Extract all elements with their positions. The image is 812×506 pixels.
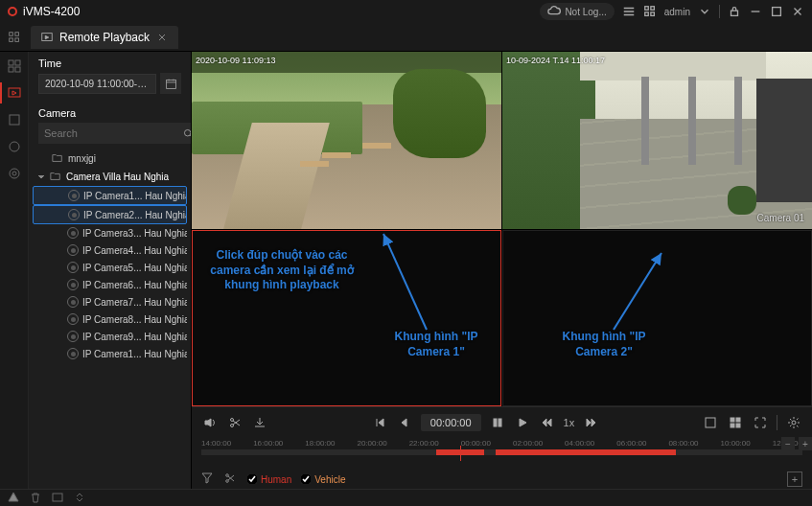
folder-icon [50,171,62,183]
tree-folder[interactable]: mnxjgi [33,150,187,168]
timeline-zoom[interactable]: −+ [781,437,812,450]
alert-icon[interactable] [8,492,20,504]
svg-rect-36 [53,494,62,501]
rail-grid-icon[interactable] [6,58,23,75]
camera-icon [67,296,79,308]
camera-icon [67,244,79,256]
speed-label: 1x [564,417,575,428]
annotation-tip: Click đúp chuột vào các camera cần xem l… [196,248,368,293]
lock-icon[interactable] [728,5,741,18]
app-logo [8,7,17,16]
rail-item-icon[interactable] [6,138,23,155]
scissors-button[interactable] [226,414,244,431]
filter-human[interactable]: Human [247,474,291,485]
svg-rect-12 [15,60,20,65]
video-feed-1[interactable]: 2020-10-09 11:09:13 [192,52,501,229]
svg-rect-20 [166,80,175,88]
add-filter-button[interactable]: + [787,472,802,487]
login-status-button[interactable]: Not Log... [540,3,614,20]
video-feed-2[interactable]: 10-09-2024 T.14 11:00:17 Camera 01 [502,52,812,229]
expand-icon[interactable] [74,492,86,504]
slow-button[interactable] [539,414,556,431]
tree-camera-1[interactable]: IP Camera1... Hau Nghia [33,186,187,205]
folder-icon [52,152,64,165]
user-label[interactable]: admin [664,7,690,17]
camera-tree: mnxjgi Camera Villa Hau Nghia IP Camera1… [29,150,191,362]
window-icon[interactable] [52,492,64,504]
svg-rect-32 [736,424,740,427]
svg-rect-27 [499,419,501,426]
svg-rect-29 [731,418,734,422]
date-range-input[interactable]: 2020-10-09 11:00:00-2020-1... [38,74,156,94]
tree-camera[interactable]: IP Camera5... Hau Nghia [33,259,187,276]
feed-timestamp: 2020-10-09 11:09:13 [196,56,276,65]
camera-icon [68,190,80,201]
tree-camera[interactable]: IP Camera4... Hau Nghia [33,242,187,259]
skip-back-button[interactable] [371,414,388,431]
step-back-button[interactable] [396,414,413,431]
rail-playback-icon[interactable] [6,84,23,102]
video-feed-4[interactable] [502,230,812,407]
search-button[interactable] [182,123,192,144]
login-status-label: Not Log... [565,7,606,17]
svg-rect-3 [651,12,655,16]
playback-controls: 00:00:00 1x [192,406,812,437]
timeline-track[interactable] [201,449,802,455]
camera-icon [67,227,79,239]
fullscreen-button[interactable] [752,414,769,431]
home-icon[interactable] [6,29,23,46]
timeline[interactable]: −+ 14:00:0016:00:0018:00:0020:00:0022:00… [192,437,812,470]
maximize-icon[interactable] [770,5,783,18]
tree-camera[interactable]: IP Camera3... Hau Nghia [33,224,187,242]
pause-button[interactable] [489,414,506,431]
tree-camera[interactable]: IP Camera9... Hau Nghia [33,328,187,345]
camera-icon [67,348,79,359]
scissors-icon[interactable] [224,472,238,486]
tree-camera-2[interactable]: IP Camera2... Hau Nghia [33,205,187,224]
fast-button[interactable] [582,414,599,431]
filter-bar: Human Vehicle + [192,470,812,489]
single-view-button[interactable] [702,414,719,431]
tab-remote-playback[interactable]: Remote Playback [31,26,178,49]
svg-rect-2 [645,12,649,16]
tabbar: Remote Playback [0,23,812,52]
time-display: 00:00:00 [421,414,481,431]
multi-view-button[interactable] [727,414,744,431]
svg-rect-30 [736,418,740,422]
time-section-label: Time [29,52,191,73]
tree-camera[interactable]: IP Camera6... Hau Nghia [33,276,187,293]
grid-icon[interactable] [643,5,657,18]
settings-button[interactable] [785,414,802,431]
minimize-icon[interactable] [749,5,762,18]
close-icon[interactable] [791,5,804,18]
svg-rect-11 [9,60,13,65]
svg-rect-9 [15,37,19,41]
menu-icon[interactable] [622,5,636,18]
chevron-down-icon[interactable] [698,5,711,18]
tree-camera[interactable]: IP Camera7... Hau Nghia [33,293,187,310]
search-input[interactable] [38,123,182,144]
volume-button[interactable] [201,414,219,431]
camera-section-label: Camera [29,102,191,123]
trash-icon[interactable] [30,492,42,504]
svg-rect-4 [731,11,738,15]
feed-timestamp: 10-09-2024 T.14 11:00:17 [506,56,605,65]
tree-camera[interactable]: IP Camera1... Hau Nghia [33,345,187,362]
rail-item-icon[interactable] [6,165,23,182]
tab-label: Remote Playback [59,31,150,44]
svg-rect-13 [9,67,13,72]
feed-camera-label: Camera 01 [757,213,804,223]
tree-camera[interactable]: IP Camera8... Hau Nghia [33,310,187,328]
filter-vehicle[interactable]: Vehicle [301,474,345,485]
tree-group[interactable]: Camera Villa Hau Nghia [33,168,187,186]
tab-close-icon[interactable] [155,31,169,44]
filter-icon[interactable] [201,472,215,486]
calendar-button[interactable] [160,73,181,94]
rail-item-icon[interactable] [6,111,23,128]
tree-label: IP Camera2... Hau Nghia [83,210,187,220]
download-button[interactable] [251,414,268,431]
svg-rect-5 [773,8,781,16]
play-button[interactable] [514,414,531,431]
svg-rect-7 [15,32,19,35]
filter-label: Human [261,474,291,485]
